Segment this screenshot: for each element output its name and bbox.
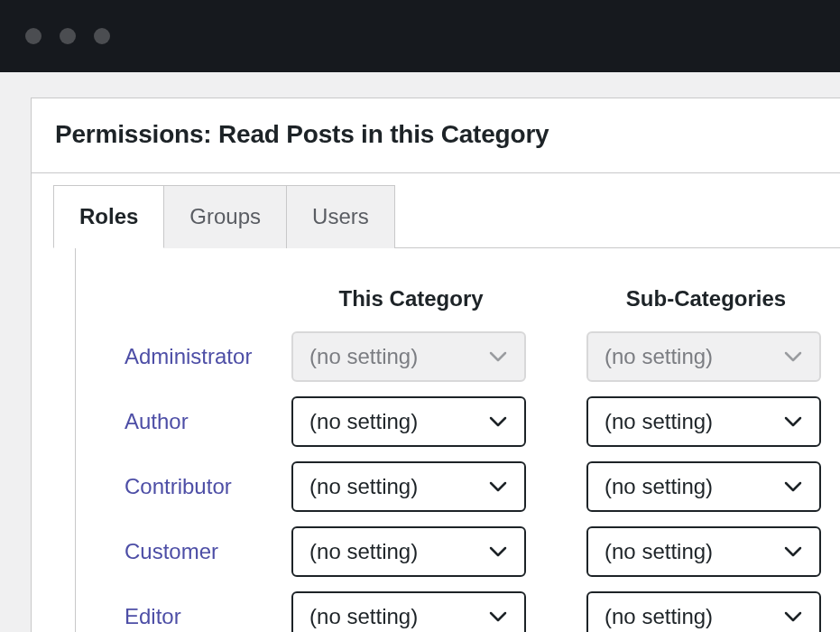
chevron-down-icon — [783, 542, 803, 562]
window-titlebar — [0, 0, 840, 72]
tab-users[interactable]: Users — [287, 185, 395, 248]
table-row: Administrator (no setting) (no set — [76, 324, 840, 389]
chevron-down-icon — [783, 607, 803, 627]
tabs-area: Roles Groups Users This Category Sub-Cat… — [32, 173, 840, 632]
select-administrator-this-category: (no setting) — [291, 331, 526, 382]
role-name-author: Author — [125, 409, 189, 433]
select-value: (no setting) — [605, 539, 713, 564]
select-value: (no setting) — [605, 409, 713, 434]
select-value: (no setting) — [309, 344, 418, 369]
select-value: (no setting) — [309, 474, 418, 499]
chevron-down-icon — [783, 412, 803, 432]
chevron-down-icon — [488, 412, 508, 432]
column-header-this-category: This Category — [277, 286, 545, 324]
table-row: Editor (no setting) (no setting) — [76, 584, 840, 632]
chevron-down-icon — [783, 347, 803, 367]
select-value: (no setting) — [309, 604, 418, 629]
role-permissions-table: This Category Sub-Categories Administrat… — [76, 286, 840, 632]
select-value: (no setting) — [605, 474, 713, 499]
role-name-administrator: Administrator — [125, 344, 252, 368]
tabs: Roles Groups Users — [53, 184, 840, 248]
select-value: (no setting) — [309, 409, 418, 434]
select-author-this-category[interactable]: (no setting) — [291, 396, 526, 447]
select-administrator-sub-categories: (no setting) — [586, 331, 821, 382]
traffic-light-zoom[interactable] — [94, 28, 110, 44]
select-value: (no setting) — [605, 344, 713, 369]
select-value: (no setting) — [309, 539, 418, 564]
role-name-customer: Customer — [125, 539, 218, 563]
permissions-panel: Permissions: Read Posts in this Category… — [31, 98, 840, 632]
select-customer-sub-categories[interactable]: (no setting) — [586, 526, 821, 577]
traffic-light-close[interactable] — [25, 28, 42, 44]
chevron-down-icon — [488, 347, 508, 367]
table-row: Author (no setting) (no setting) — [76, 389, 840, 454]
select-customer-this-category[interactable]: (no setting) — [291, 526, 526, 577]
tab-roles[interactable]: Roles — [53, 185, 164, 248]
select-author-sub-categories[interactable]: (no setting) — [586, 396, 821, 447]
chevron-down-icon — [783, 477, 803, 497]
select-editor-sub-categories[interactable]: (no setting) — [586, 591, 821, 632]
role-name-contributor: Contributor — [125, 474, 232, 498]
panel-header: Permissions: Read Posts in this Category — [32, 98, 840, 173]
content-area: Permissions: Read Posts in this Category… — [0, 72, 840, 632]
select-contributor-this-category[interactable]: (no setting) — [291, 461, 526, 512]
chevron-down-icon — [488, 477, 508, 497]
tab-groups[interactable]: Groups — [164, 185, 287, 248]
panel-title: Permissions: Read Posts in this Category — [55, 120, 817, 149]
table-row: Contributor (no setting) (no setti — [76, 454, 840, 519]
select-value: (no setting) — [605, 604, 713, 629]
table-row: Customer (no setting) (no setting) — [76, 519, 840, 584]
traffic-light-minimize[interactable] — [60, 28, 76, 44]
column-header-sub-categories: Sub-Categories — [572, 286, 840, 324]
chevron-down-icon — [488, 542, 508, 562]
chevron-down-icon — [488, 607, 508, 627]
role-permissions-section: This Category Sub-Categories Administrat… — [75, 248, 840, 632]
select-editor-this-category[interactable]: (no setting) — [291, 591, 526, 632]
select-contributor-sub-categories[interactable]: (no setting) — [586, 461, 821, 512]
role-name-editor: Editor — [125, 604, 181, 628]
